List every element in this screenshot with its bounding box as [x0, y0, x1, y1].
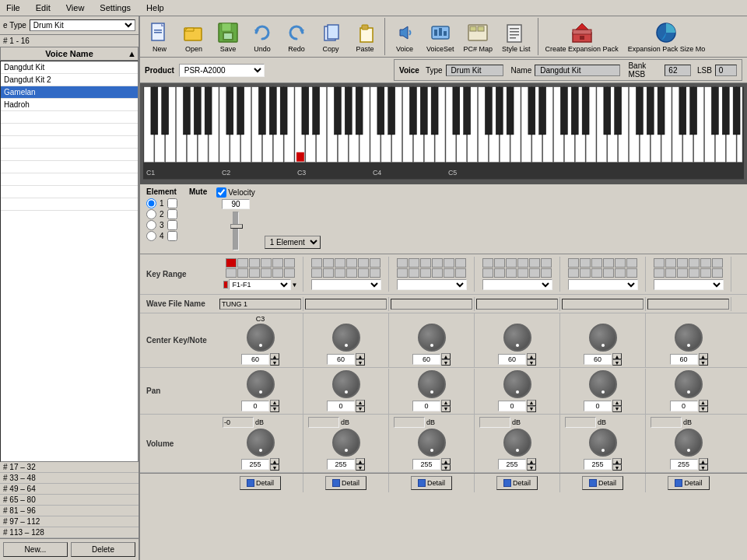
vol-spin-up-6[interactable]: ▲: [699, 458, 708, 464]
menu-help[interactable]: Help: [143, 2, 167, 14]
center-key-spin-dn-1[interactable]: ▼: [270, 359, 279, 366]
menu-file[interactable]: File: [3, 2, 23, 14]
kr-cell[interactable]: [654, 268, 665, 278]
kr-cell[interactable]: [284, 268, 295, 278]
kr-cell[interactable]: [370, 268, 381, 278]
pan-spin-dn-6[interactable]: ▼: [699, 406, 708, 412]
toolbar-new-button[interactable]: New: [143, 18, 176, 55]
kr-cell[interactable]: [603, 258, 614, 268]
detail-button-5[interactable]: Detail: [582, 476, 623, 490]
kr-cell[interactable]: [494, 258, 505, 268]
element-2-mute[interactable]: [167, 209, 177, 219]
vol-knob-5[interactable]: [589, 429, 617, 457]
kr-cell[interactable]: [261, 258, 272, 268]
center-key-spin-dn-5[interactable]: ▼: [612, 359, 622, 366]
wave-input-3[interactable]: [391, 299, 472, 310]
vol-knob-4[interactable]: [503, 429, 531, 457]
kr-dropdown-arrow[interactable]: ▼: [292, 282, 298, 289]
pan-spin-up-1[interactable]: ▲: [270, 400, 279, 406]
db-input-1[interactable]: [223, 417, 254, 428]
product-select[interactable]: PSR-A2000: [179, 64, 265, 77]
vol-val-1[interactable]: [241, 459, 269, 470]
vol-spin-dn-3[interactable]: ▼: [441, 464, 451, 471]
scroll-up-icon[interactable]: ▲: [128, 49, 136, 58]
vol-knob-1[interactable]: [247, 429, 275, 457]
pan-knob-2[interactable]: [332, 370, 360, 398]
kr-cell[interactable]: [249, 258, 260, 268]
group-17-32[interactable]: # 17 – 32: [0, 462, 139, 473]
vol-spin-up-2[interactable]: ▲: [356, 458, 365, 464]
vol-spin-dn-4[interactable]: ▼: [527, 464, 536, 471]
velocity-slider-thumb[interactable]: [230, 224, 243, 229]
kr-cell[interactable]: [237, 268, 248, 278]
pan-val-1[interactable]: [241, 401, 269, 411]
toolbar-paste-button[interactable]: Paste: [349, 18, 381, 55]
pan-spin-up-2[interactable]: ▲: [356, 400, 365, 406]
key-range-dropdown-3[interactable]: [397, 279, 467, 290]
pan-knob-4[interactable]: [503, 370, 531, 398]
pan-knob-1[interactable]: [247, 370, 275, 398]
group-49-64[interactable]: # 49 – 64: [0, 484, 139, 495]
vol-val-6[interactable]: [670, 459, 698, 470]
kr-cell[interactable]: [311, 268, 322, 278]
vol-spin-dn-2[interactable]: ▼: [356, 464, 365, 471]
kr-cell[interactable]: [346, 258, 357, 268]
pan-spin-up-4[interactable]: ▲: [527, 400, 536, 406]
group-81-96[interactable]: # 81 – 96: [0, 506, 139, 516]
element-3-mute[interactable]: [167, 220, 177, 230]
element-3-radio[interactable]: [146, 220, 156, 230]
kr-cell[interactable]: [580, 258, 591, 268]
pan-spin-dn-5[interactable]: ▼: [612, 406, 622, 412]
db-input-6[interactable]: [651, 417, 682, 428]
element-1-mute[interactable]: [167, 198, 177, 208]
kr-cell[interactable]: [603, 268, 614, 278]
kr-cell[interactable]: [346, 268, 357, 278]
pan-spin-up-6[interactable]: ▲: [699, 400, 708, 406]
kr-cell[interactable]: [626, 258, 637, 268]
vol-spin-up-1[interactable]: ▲: [270, 458, 279, 464]
center-key-spin-up-3[interactable]: ▲: [441, 353, 451, 359]
toolbar-stylelist-button[interactable]: Style List: [498, 18, 535, 55]
center-key-spin-up-2[interactable]: ▲: [356, 353, 365, 359]
key-range-dropdown-2[interactable]: [311, 279, 381, 290]
kr-cell[interactable]: [409, 258, 419, 268]
center-key-knob-3[interactable]: [418, 324, 446, 352]
vol-spin-up-4[interactable]: ▲: [527, 458, 536, 464]
new-button[interactable]: New...: [3, 542, 68, 557]
center-key-knob-4[interactable]: [503, 324, 531, 352]
kr-cell[interactable]: [335, 258, 345, 268]
toolbar-voiceset-button[interactable]: VoiceSet: [423, 18, 458, 55]
vol-val-3[interactable]: [412, 459, 440, 470]
kr-cell[interactable]: [323, 258, 334, 268]
kr-cell[interactable]: [665, 268, 676, 278]
kr-cell[interactable]: [689, 258, 700, 268]
voice-item-4[interactable]: Hadroh: [1, 99, 138, 111]
pan-knob-6[interactable]: [675, 370, 703, 398]
kr-cell[interactable]: [335, 268, 345, 278]
kr-cell[interactable]: [712, 268, 723, 278]
delete-button[interactable]: Delete: [71, 542, 135, 557]
kr-cell[interactable]: [226, 268, 237, 278]
toolbar-save-button[interactable]: Save: [212, 18, 244, 55]
element-2-radio[interactable]: [146, 209, 156, 219]
voice-item-2[interactable]: Dangdut Kit 2: [1, 74, 138, 86]
toolbar-copy-button[interactable]: Copy: [314, 18, 347, 55]
kr-cell[interactable]: [432, 258, 443, 268]
pan-spin-dn-2[interactable]: ▼: [356, 406, 365, 412]
wave-input-2[interactable]: [305, 299, 387, 310]
kr-cell[interactable]: [272, 268, 283, 278]
kr-cell[interactable]: [506, 258, 517, 268]
vol-spin-dn-5[interactable]: ▼: [612, 464, 622, 471]
kr-cell[interactable]: [284, 258, 295, 268]
menu-edit[interactable]: Edit: [33, 2, 54, 14]
kr-cell[interactable]: [494, 268, 505, 278]
kr-cell[interactable]: [455, 258, 466, 268]
detail-button-4[interactable]: Detail: [496, 476, 538, 490]
piano-keyboard[interactable]: /* piano keys drawn below */: [143, 86, 744, 180]
center-key-knob-1[interactable]: [247, 324, 275, 352]
kr-cell[interactable]: [409, 268, 419, 278]
kr-cell[interactable]: [397, 258, 408, 268]
kr-cell[interactable]: [568, 258, 579, 268]
kr-cell[interactable]: [529, 258, 540, 268]
key-range-dropdown-4[interactable]: [482, 279, 552, 290]
